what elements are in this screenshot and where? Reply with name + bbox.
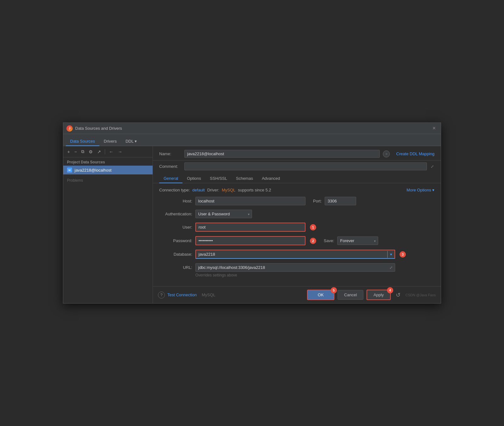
password-step-badge: 2 bbox=[310, 238, 316, 244]
ct-driver-label: Driver: bbox=[207, 188, 219, 192]
user-step-badge: 1 bbox=[310, 224, 316, 230]
url-label: URL: bbox=[159, 265, 192, 270]
cancel-button[interactable]: Cancel bbox=[338, 290, 363, 300]
save-select[interactable]: Forever Until restart Never bbox=[337, 236, 378, 245]
title-bar: J Data Sources and Drivers × bbox=[63, 123, 441, 134]
comment-input[interactable] bbox=[184, 162, 427, 170]
comment-row: Comment: ⤢ bbox=[153, 161, 441, 172]
more-options-link[interactable]: More Options ▾ bbox=[406, 188, 434, 192]
name-row: Name: ○ Create DDL Mapping bbox=[153, 146, 441, 161]
help-button[interactable]: ? bbox=[158, 292, 165, 298]
password-label: Password: bbox=[159, 238, 192, 243]
port-input[interactable] bbox=[325, 197, 356, 205]
database-label: Database: bbox=[159, 252, 192, 257]
inner-tab-bar: General Options SSH/SSL Schemas Advanced bbox=[153, 172, 441, 183]
tab-ddl[interactable]: DDL ▾ bbox=[121, 137, 141, 146]
form-area: Connection type: default Driver: MySQL s… bbox=[153, 183, 441, 286]
undo-button[interactable]: ↺ bbox=[396, 292, 400, 298]
close-button[interactable]: × bbox=[430, 124, 438, 132]
password-row: Password: 2 Save: Forever Until restart … bbox=[159, 236, 434, 245]
host-label: Host: bbox=[159, 199, 192, 203]
ct-driver-value[interactable]: MySQL bbox=[222, 188, 235, 192]
export-button[interactable]: ↗ bbox=[96, 148, 103, 155]
sidebar-item-java2218[interactable]: M java2218@localhost bbox=[63, 166, 153, 174]
toolbar-separator bbox=[105, 149, 105, 154]
host-input[interactable] bbox=[195, 197, 305, 205]
user-label: User: bbox=[159, 225, 192, 230]
ok-button[interactable]: OK 5 bbox=[307, 290, 334, 300]
mysql-label: MySQL bbox=[202, 293, 215, 297]
bottom-bar: ? Test Connection MySQL OK 5 Cancel Appl… bbox=[153, 286, 441, 303]
database-dropdown-btn[interactable]: ▾ bbox=[387, 251, 395, 258]
main-window: J Data Sources and Drivers × Data Source… bbox=[63, 122, 441, 304]
settings-button[interactable]: ⚙ bbox=[87, 148, 94, 155]
url-row: URL: ⤢ bbox=[159, 263, 434, 272]
name-circle-btn[interactable]: ○ bbox=[383, 151, 390, 157]
user-input[interactable] bbox=[195, 223, 305, 232]
url-input[interactable] bbox=[195, 263, 395, 272]
mysql-icon: M bbox=[67, 168, 72, 173]
sidebar-toolbar: + − ⧉ ⚙ ↗ ← → bbox=[63, 146, 153, 157]
auth-label: Authentication: bbox=[159, 212, 192, 216]
ct-value: default bbox=[193, 188, 205, 192]
url-hint: Overrides settings above bbox=[195, 273, 434, 277]
main-layout: + − ⧉ ⚙ ↗ ← → Project Data Sources M jav… bbox=[63, 146, 441, 303]
tab-data-sources[interactable]: Data Sources bbox=[66, 137, 99, 146]
content-area: Name: ○ Create DDL Mapping Comment: ⤢ Ge… bbox=[153, 146, 441, 303]
database-input-wrapper: ▾ bbox=[195, 250, 395, 259]
bottom-right: OK 5 Cancel Apply 4 ↺ CSDN @Java Fans bbox=[307, 290, 436, 300]
comment-label: Comment: bbox=[159, 164, 181, 169]
database-row: Database: ▾ 3 bbox=[159, 250, 434, 259]
ct-driver-suffix: supports since 5.2 bbox=[238, 188, 271, 192]
name-input[interactable] bbox=[184, 150, 380, 158]
tab-general[interactable]: General bbox=[159, 174, 182, 183]
window-title: Data Sources and Drivers bbox=[75, 126, 430, 131]
url-expand-btn[interactable]: ⤢ bbox=[388, 265, 394, 270]
tab-drivers[interactable]: Drivers bbox=[99, 137, 121, 146]
apply-step-badge: 4 bbox=[387, 287, 393, 293]
apply-button[interactable]: Apply 4 bbox=[367, 290, 391, 300]
port-label: Port: bbox=[313, 199, 322, 203]
forward-button[interactable]: → bbox=[116, 148, 124, 155]
database-step-badge: 3 bbox=[400, 251, 406, 258]
sidebar-section-title: Project Data Sources bbox=[63, 157, 153, 166]
auth-select-wrapper: User & Password ▾ bbox=[195, 210, 252, 218]
save-select-wrapper: Forever Until restart Never ▾ bbox=[337, 236, 378, 245]
tab-advanced[interactable]: Advanced bbox=[257, 174, 284, 183]
name-label: Name: bbox=[159, 151, 181, 156]
sidebar-item-label: java2218@localhost bbox=[75, 168, 111, 173]
tab-schemas[interactable]: Schemas bbox=[232, 174, 257, 183]
save-label: Save: bbox=[324, 238, 334, 243]
comment-expand-btn[interactable]: ⤢ bbox=[430, 164, 434, 169]
top-tab-bar: Data Sources Drivers DDL ▾ bbox=[63, 134, 441, 146]
connection-type-row: Connection type: default Driver: MySQL s… bbox=[159, 188, 434, 192]
tab-options[interactable]: Options bbox=[182, 174, 205, 183]
watermark: CSDN @Java Fans bbox=[406, 293, 436, 297]
ct-label: Connection type: bbox=[159, 188, 190, 192]
copy-button[interactable]: ⧉ bbox=[80, 148, 86, 155]
tab-ssh-ssl[interactable]: SSH/SSL bbox=[205, 174, 232, 183]
sidebar: + − ⧉ ⚙ ↗ ← → Project Data Sources M jav… bbox=[63, 146, 153, 303]
test-connection-link[interactable]: Test Connection bbox=[167, 293, 197, 297]
password-input[interactable] bbox=[195, 236, 305, 245]
ok-step-badge: 5 bbox=[331, 287, 337, 293]
host-row: Host: Port: bbox=[159, 197, 434, 205]
app-logo: J bbox=[66, 125, 73, 132]
auth-row: Authentication: User & Password ▾ bbox=[159, 210, 434, 218]
create-ddl-link[interactable]: Create DDL Mapping bbox=[396, 151, 434, 156]
user-row: User: 1 bbox=[159, 223, 434, 232]
remove-button[interactable]: − bbox=[73, 148, 78, 155]
auth-select[interactable]: User & Password bbox=[195, 210, 252, 218]
back-button[interactable]: ← bbox=[107, 148, 115, 155]
sidebar-problems: Problems bbox=[63, 174, 153, 186]
database-input[interactable] bbox=[196, 250, 387, 258]
add-button[interactable]: + bbox=[66, 148, 71, 155]
